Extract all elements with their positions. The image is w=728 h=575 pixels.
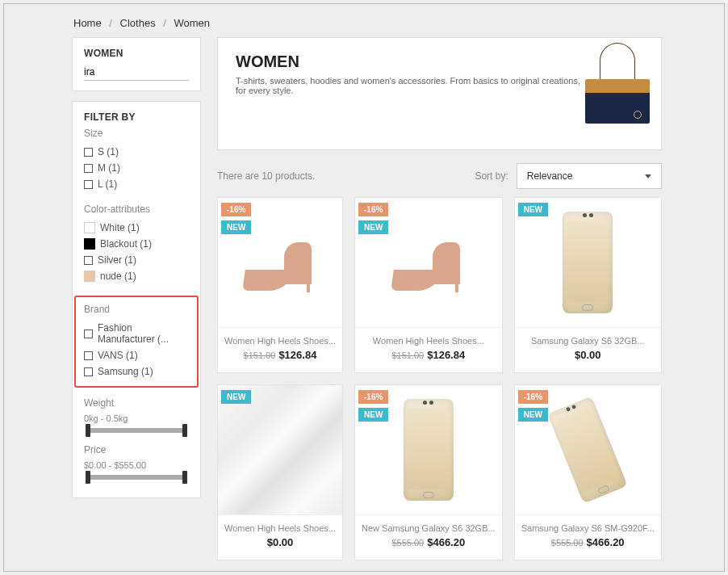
filter-brand-vans[interactable]: VANS (1) xyxy=(84,347,189,363)
product-price: $0.00 xyxy=(521,349,655,361)
product-card[interactable]: -16%NEWWomen High Heels Shoes...$151.00$… xyxy=(217,197,343,373)
slider-handle-max[interactable] xyxy=(182,424,187,437)
search-input[interactable] xyxy=(84,64,189,81)
product-card[interactable]: NEWWomen High Heels Shoes...$0.00 xyxy=(217,384,343,560)
filter-color-nude[interactable]: nude (1) xyxy=(84,268,189,284)
filter-size-s[interactable]: S (1) xyxy=(84,144,189,160)
product-count: There are 10 products. xyxy=(217,170,315,182)
breadcrumb: Home / Clothes / Women xyxy=(4,4,724,37)
new-badge: NEW xyxy=(221,390,251,404)
swatch-white-icon xyxy=(84,222,95,233)
discount-badge: -16% xyxy=(221,203,251,216)
checkbox-icon xyxy=(84,351,93,360)
slider-handle-min[interactable] xyxy=(86,424,90,437)
bag-icon xyxy=(582,52,642,124)
product-oldprice: $151.00 xyxy=(244,350,276,360)
filter-weight-label: Weight xyxy=(84,397,189,409)
checkbox-icon xyxy=(84,329,93,338)
discount-badge: -16% xyxy=(518,390,548,404)
product-oldprice: $555.00 xyxy=(391,538,424,548)
hero-title: WOMEN xyxy=(236,52,582,71)
product-image: -16%NEW xyxy=(355,385,502,514)
product-name: Samsung Galaxy S6 32GB... xyxy=(521,336,655,346)
swatch-black-icon xyxy=(84,238,95,250)
slider-handle-max[interactable] xyxy=(182,471,187,484)
product-image: NEW xyxy=(218,385,342,514)
category-block: WOMEN xyxy=(72,37,201,91)
filter-color-silver[interactable]: Silver (1) xyxy=(84,252,189,268)
filter-brand-samsung[interactable]: Samsung (1) xyxy=(84,363,189,380)
product-oldprice: $151.00 xyxy=(391,350,424,360)
product-card[interactable]: -16%NEWNew Samsung Galaxy S6 32GB...$555… xyxy=(354,384,503,560)
new-badge: NEW xyxy=(221,220,251,234)
hero-subtitle: T-shirts, sweaters, hoodies and women's … xyxy=(236,76,582,95)
filter-brand-highlight: Brand Fashion Manufacturer (... VANS (1)… xyxy=(74,296,199,388)
filter-size: Size S (1) M (1) L (1) xyxy=(84,128,189,192)
product-card[interactable]: -16%NEWSamsung Galaxy S6 SM-G920F...$555… xyxy=(514,384,662,560)
product-name: Samsung Galaxy S6 SM-G920F... xyxy=(521,523,655,533)
new-badge: NEW xyxy=(518,408,548,422)
toolbar: There are 10 products. Sort by: Relevanc… xyxy=(217,163,662,189)
checkbox-icon xyxy=(84,148,93,157)
filter-price: Price $0.00 - $555.00 xyxy=(84,444,189,480)
filter-color-white[interactable]: White (1) xyxy=(84,220,189,236)
breadcrumb-sep: / xyxy=(163,17,166,29)
breadcrumb-women[interactable]: Women xyxy=(174,17,211,29)
product-price: $151.00$126.84 xyxy=(362,349,496,361)
product-card[interactable]: NEWSamsung Galaxy S6 32GB...$0.00 xyxy=(514,197,662,373)
slider-handle-min[interactable] xyxy=(86,471,90,484)
filter-weight: Weight 0kg - 0.5kg xyxy=(84,397,189,433)
product-name: Women High Heels Shoes... xyxy=(224,523,336,533)
caret-down-icon xyxy=(645,174,651,178)
filter-price-label: Price xyxy=(84,444,189,455)
filter-brand-label: Brand xyxy=(84,304,189,315)
checkbox-icon xyxy=(84,180,93,189)
breadcrumb-clothes[interactable]: Clothes xyxy=(120,17,156,29)
product-price: $555.00$466.20 xyxy=(362,536,496,548)
product-name: New Samsung Galaxy S6 32GB... xyxy=(362,523,496,533)
filter-color-blackout[interactable]: Blackout (1) xyxy=(84,236,189,252)
product-price: $0.00 xyxy=(224,536,336,548)
breadcrumb-sep: / xyxy=(109,17,112,29)
product-image: -16%NEW xyxy=(515,385,661,514)
filter-price-range: $0.00 - $555.00 xyxy=(84,460,189,470)
filter-color: Color-attributes White (1) Blackout (1) … xyxy=(84,204,189,284)
breadcrumb-home[interactable]: Home xyxy=(73,17,102,29)
product-name: Women High Heels Shoes... xyxy=(224,336,336,346)
product-card[interactable]: -16%NEWWomen High Heels Shoes...$151.00$… xyxy=(354,197,503,373)
filter-color-label: Color-attributes xyxy=(84,204,189,215)
new-badge: NEW xyxy=(518,203,548,216)
filter-size-label: Size xyxy=(84,128,189,139)
new-badge: NEW xyxy=(358,408,388,422)
product-name: Women High Heels Shoes... xyxy=(362,336,496,346)
category-hero: WOMEN T-shirts, sweaters, hoodies and wo… xyxy=(217,37,662,150)
filter-by-title: FILTER BY xyxy=(84,111,189,123)
product-oldprice: $555.00 xyxy=(551,538,584,548)
checkbox-icon xyxy=(84,256,93,265)
discount-badge: -16% xyxy=(358,390,388,404)
product-grid: -16%NEWWomen High Heels Shoes...$151.00$… xyxy=(217,197,662,560)
price-slider[interactable] xyxy=(87,475,186,480)
checkbox-icon xyxy=(84,164,93,173)
checkbox-icon xyxy=(84,367,93,376)
weight-slider[interactable] xyxy=(87,428,186,433)
product-price: $555.00$466.20 xyxy=(521,536,655,548)
product-image: -16%NEW xyxy=(218,198,342,327)
filter-block: FILTER BY Size S (1) M (1) L (1) Color-a… xyxy=(72,101,201,498)
filter-brand-fashion[interactable]: Fashion Manufacturer (... xyxy=(84,320,189,347)
sortby-label: Sort by: xyxy=(475,170,508,182)
product-image: NEW xyxy=(515,198,661,327)
filter-weight-range: 0kg - 0.5kg xyxy=(84,413,189,423)
swatch-nude-icon xyxy=(84,271,95,282)
product-price: $151.00$126.84 xyxy=(224,349,336,361)
filter-size-m[interactable]: M (1) xyxy=(84,160,189,176)
sort-value: Relevance xyxy=(527,170,573,182)
sort-select[interactable]: Relevance xyxy=(517,163,662,189)
new-badge: NEW xyxy=(358,220,388,234)
product-image: -16%NEW xyxy=(355,198,502,327)
filter-size-l[interactable]: L (1) xyxy=(84,176,189,192)
discount-badge: -16% xyxy=(358,203,388,216)
category-title: WOMEN xyxy=(84,48,189,59)
